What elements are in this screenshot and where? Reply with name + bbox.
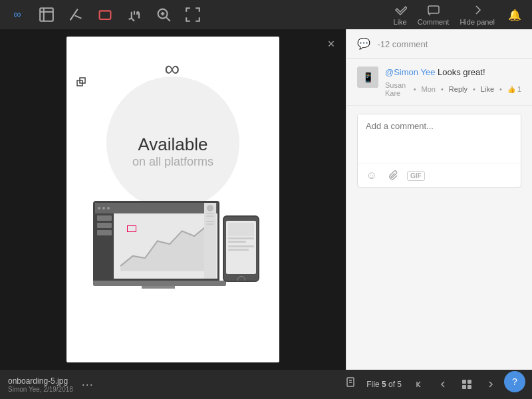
cursor-indicator bbox=[76, 77, 88, 91]
svg-rect-5 bbox=[100, 11, 111, 19]
hand-tool-icon[interactable] bbox=[125, 5, 144, 24]
reply-link[interactable]: Reply bbox=[449, 85, 467, 93]
gif-button[interactable]: GIF bbox=[407, 171, 425, 181]
page-label: File 5 of 5 bbox=[364, 380, 404, 389]
avatar: 📱 bbox=[357, 66, 378, 88]
subheading: on all platforms bbox=[132, 155, 213, 169]
svg-rect-23 bbox=[467, 380, 471, 384]
svg-rect-0 bbox=[40, 8, 53, 21]
comment-meta: Susan Kare • Mon • Reply • Like • 👍 1 bbox=[385, 81, 521, 97]
reply-actions: ☺ GIF bbox=[358, 164, 521, 187]
bottom-nav: File 5 of 5 bbox=[364, 380, 404, 389]
svg-rect-25 bbox=[467, 385, 471, 389]
file-meta: Simon Yee, 2/19/2018 bbox=[8, 386, 73, 393]
bottom-toolbar: onboarding-5.jpg Simon Yee, 2/19/2018 ··… bbox=[0, 370, 532, 399]
bullet4: • bbox=[499, 85, 502, 93]
top-toolbar: ∞ Like Comment Hide panel 🔔 bbox=[0, 0, 532, 29]
pen-tool-icon[interactable] bbox=[66, 5, 85, 24]
likes-number: 1 bbox=[517, 85, 521, 93]
comment-item: 📱 @Simon Yee Looks great! Susan Kare • M… bbox=[357, 66, 521, 97]
svg-text:📱: 📱 bbox=[362, 72, 374, 83]
thumb-icon: 👍 bbox=[507, 86, 515, 93]
nav-first-button[interactable] bbox=[410, 375, 428, 394]
device-illustration bbox=[86, 182, 259, 289]
bullet1: • bbox=[414, 85, 416, 93]
svg-line-4 bbox=[75, 15, 82, 18]
svg-line-7 bbox=[166, 17, 170, 21]
file-indicator-icon bbox=[345, 376, 358, 392]
heading: Available bbox=[132, 134, 213, 155]
attach-button[interactable] bbox=[386, 168, 400, 183]
bullet3: • bbox=[473, 85, 475, 93]
annotation-box bbox=[127, 225, 136, 232]
close-button[interactable]: × bbox=[323, 36, 339, 52]
rectangle-tool-icon[interactable] bbox=[96, 5, 114, 24]
comment-thread: 📱 @Simon Yee Looks great! Susan Kare • M… bbox=[346, 59, 532, 106]
fullscreen-icon[interactable] bbox=[184, 5, 202, 24]
canvas-area: × ∞ Available on all platforms bbox=[0, 29, 346, 370]
svg-rect-24 bbox=[462, 385, 466, 389]
phone-illustration bbox=[223, 215, 259, 282]
zoom-tool-icon[interactable] bbox=[154, 5, 173, 24]
comment-author: Susan Kare bbox=[385, 81, 408, 97]
emoji-button[interactable]: ☺ bbox=[364, 168, 379, 183]
frame-tool-icon[interactable] bbox=[37, 5, 56, 24]
reply-box: ☺ GIF bbox=[357, 114, 521, 188]
main-content: × ∞ Available on all platforms bbox=[0, 29, 532, 370]
laptop-illustration bbox=[93, 201, 223, 289]
card-text: Available on all platforms bbox=[132, 134, 213, 169]
hide-panel-button[interactable]: Hide panel bbox=[460, 3, 495, 26]
reply-textarea[interactable] bbox=[358, 114, 521, 161]
panel-header: 💬 -12 comment bbox=[346, 29, 532, 59]
mention: @Simon Yee bbox=[385, 67, 435, 77]
grid-view-button[interactable] bbox=[458, 375, 476, 394]
file-name: onboarding-5.jpg bbox=[8, 376, 73, 386]
like-count: 👍 1 bbox=[507, 85, 521, 93]
help-fab[interactable]: ? bbox=[504, 371, 525, 392]
svg-line-3 bbox=[70, 9, 78, 21]
comment-time: Mon bbox=[422, 85, 436, 93]
comment-count: -12 comment bbox=[377, 39, 428, 49]
file-info: onboarding-5.jpg Simon Yee, 2/19/2018 bbox=[8, 376, 73, 393]
comment-content: @Simon Yee Looks great! Susan Kare • Mon… bbox=[385, 66, 521, 97]
nav-prev-button[interactable] bbox=[434, 375, 452, 394]
like-link[interactable]: Like bbox=[481, 85, 494, 93]
svg-marker-15 bbox=[120, 226, 207, 271]
bell-icon[interactable]: 🔔 bbox=[505, 5, 524, 24]
logo-icon: ∞ bbox=[8, 5, 27, 24]
bullet2: • bbox=[441, 85, 444, 93]
right-panel: 💬 -12 comment 📱 @Simon Yee Looks great! bbox=[346, 29, 532, 370]
like-button[interactable]: Like bbox=[394, 3, 407, 26]
comment-text: @Simon Yee Looks great! bbox=[385, 66, 521, 78]
svg-rect-10 bbox=[428, 6, 439, 13]
preview-card: ∞ Available on all platforms bbox=[66, 37, 279, 362]
comment-button[interactable]: Comment bbox=[418, 3, 450, 26]
svg-rect-22 bbox=[462, 380, 466, 384]
more-options-button[interactable]: ··· bbox=[78, 375, 97, 394]
nav-next-button[interactable] bbox=[481, 375, 500, 394]
logo: ∞ bbox=[165, 57, 182, 81]
